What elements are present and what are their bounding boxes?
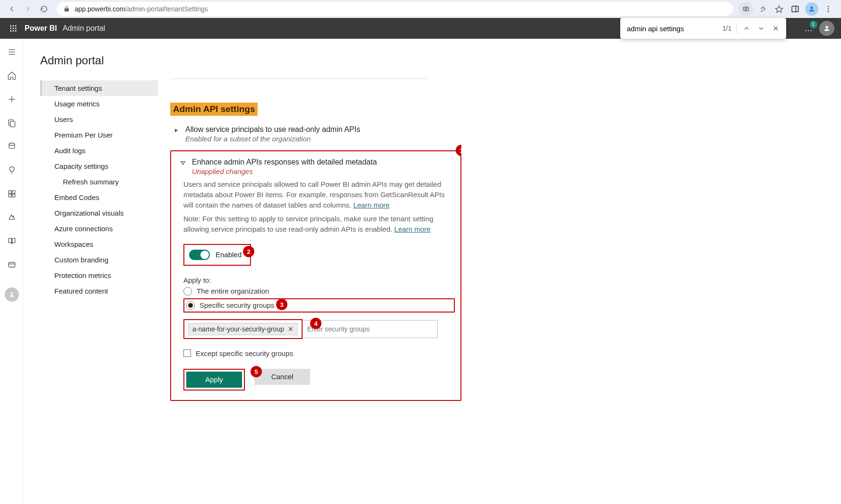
page-title: Admin portal: [40, 54, 461, 67]
collapse-icon[interactable]: [181, 161, 185, 165]
callout-3: 3: [276, 299, 287, 310]
radio-ring-icon: [183, 287, 192, 295]
header-more-button[interactable]: … 1: [804, 24, 814, 34]
sidenav-org-visuals[interactable]: Organizational visuals: [40, 205, 158, 221]
security-groups-input[interactable]: Enter security groups: [303, 320, 438, 338]
sidenav-capacity-settings[interactable]: Capacity settings: [40, 158, 158, 174]
url-path: /admin-portal/tenantSettings: [125, 5, 208, 13]
setting-title: Allow service principals to use read-onl…: [185, 125, 360, 134]
svg-point-18: [13, 30, 14, 32]
setting-allow-service-principals[interactable]: Allow service principals to use read-onl…: [170, 122, 461, 145]
browse-icon[interactable]: [6, 117, 17, 129]
sidenav-workspaces[interactable]: Workspaces: [40, 236, 158, 252]
deployment-icon[interactable]: [6, 212, 17, 223]
breadcrumb: Admin portal: [62, 24, 105, 33]
except-groups-row[interactable]: Except specific security groups: [183, 349, 455, 357]
learn-more-link-1[interactable]: Learn more: [353, 201, 390, 209]
svg-point-7: [828, 9, 829, 10]
expand-icon: [174, 128, 179, 133]
sidenav-refresh-summary[interactable]: Refresh summary: [40, 174, 158, 190]
nav-reload-button[interactable]: [37, 2, 51, 16]
svg-point-5: [810, 7, 813, 9]
apply-button-outline: Apply: [183, 369, 245, 391]
svg-rect-32: [9, 194, 11, 197]
apply-to-label: Apply to:: [183, 276, 455, 284]
share-icon[interactable]: [757, 3, 769, 15]
browser-menu-icon[interactable]: [822, 3, 834, 15]
sidenav-featured-content[interactable]: Featured content: [40, 283, 158, 299]
setting-subtitle: Enabled for a subset of the organization: [185, 135, 360, 143]
content-area: Admin portal Tenant settings Usage metri…: [24, 39, 841, 504]
svg-point-16: [15, 28, 17, 29]
chip-remove-icon[interactable]: ✕: [288, 325, 294, 333]
find-next-button[interactable]: [756, 23, 766, 34]
find-close-button[interactable]: [771, 23, 780, 34]
svg-point-15: [13, 28, 14, 29]
metrics-icon[interactable]: [6, 165, 17, 176]
find-prev-button[interactable]: [741, 23, 751, 34]
nav-back-button[interactable]: [5, 2, 19, 16]
sidenav-custom-branding[interactable]: Custom branding: [40, 252, 158, 268]
except-checkbox[interactable]: [183, 349, 191, 357]
rail-user-icon[interactable]: [5, 287, 19, 302]
brand-name: Power BI: [25, 24, 57, 33]
find-divider: [736, 23, 737, 34]
except-label: Except specific security groups: [196, 349, 293, 357]
url-bar[interactable]: app.powerbi.com/admin-portal/tenantSetti…: [57, 2, 733, 16]
svg-point-36: [11, 292, 13, 295]
app-launcher-icon[interactable]: [7, 22, 20, 35]
home-icon[interactable]: [6, 70, 17, 81]
setting-description-1: Users and service principals allowed to …: [183, 179, 448, 210]
menu-icon[interactable]: [6, 46, 17, 58]
apply-button[interactable]: Apply: [186, 372, 242, 388]
radio-label: Specific security groups: [199, 301, 274, 309]
learn-more-link-2[interactable]: Learn more: [394, 225, 431, 233]
lock-icon: [63, 6, 70, 12]
apps-icon[interactable]: [6, 188, 17, 200]
radio-label: The entire organization: [197, 287, 269, 295]
learn-icon[interactable]: [6, 235, 17, 247]
radio-entire-org[interactable]: The entire organization: [183, 287, 455, 295]
sidenav-usage-metrics[interactable]: Usage metrics: [40, 96, 158, 112]
sidenav-azure-connections[interactable]: Azure connections: [40, 221, 158, 236]
extension-lens-icon[interactable]: [739, 2, 753, 16]
main-panel: Admin API settings Allow service princip…: [158, 78, 461, 429]
apply-to-radios: The entire organization Specific securit…: [183, 287, 455, 313]
enabled-toggle-group: Enabled: [183, 244, 251, 266]
sidenav-protection-metrics[interactable]: Protection metrics: [40, 268, 158, 283]
svg-point-14: [10, 28, 11, 29]
enabled-toggle[interactable]: [189, 250, 210, 260]
data-hub-icon[interactable]: [6, 141, 17, 152]
sidenav-users[interactable]: Users: [40, 112, 158, 127]
security-group-chip-box: a-name-for-your-security-group ✕: [183, 319, 303, 339]
svg-rect-3: [792, 6, 798, 12]
browser-profile-avatar[interactable]: [805, 2, 818, 16]
bookmark-star-icon[interactable]: [773, 3, 785, 15]
sidenav-audit-logs[interactable]: Audit logs: [40, 143, 158, 158]
svg-rect-31: [12, 191, 15, 193]
security-group-chip[interactable]: a-name-for-your-security-group ✕: [188, 323, 298, 335]
cancel-button[interactable]: Cancel: [254, 369, 310, 385]
nav-forward-button[interactable]: [21, 2, 35, 16]
svg-point-8: [828, 11, 829, 12]
sidenav-premium-per-user[interactable]: Premium Per User: [40, 127, 158, 143]
sidenav-embed-codes[interactable]: Embed Codes: [40, 190, 158, 205]
callout-2: 2: [243, 246, 254, 257]
url-host: app.powerbi.com: [75, 5, 125, 13]
create-icon[interactable]: [6, 94, 17, 105]
radio-specific-groups[interactable]: Specific security groups: [186, 301, 274, 310]
svg-point-1: [745, 8, 747, 10]
svg-rect-30: [9, 191, 11, 193]
header-profile-avatar[interactable]: [819, 21, 834, 36]
workspaces-icon[interactable]: [6, 259, 17, 270]
find-input[interactable]: [626, 24, 718, 33]
side-panel-icon[interactable]: [789, 3, 801, 15]
svg-point-28: [9, 143, 15, 146]
svg-rect-33: [12, 194, 15, 197]
svg-rect-27: [10, 122, 15, 127]
svg-point-20: [825, 26, 828, 28]
svg-point-13: [15, 25, 17, 26]
svg-point-19: [15, 30, 17, 32]
sidenav-tenant-settings[interactable]: Tenant settings: [40, 80, 158, 96]
callout-5: 5: [251, 366, 262, 377]
